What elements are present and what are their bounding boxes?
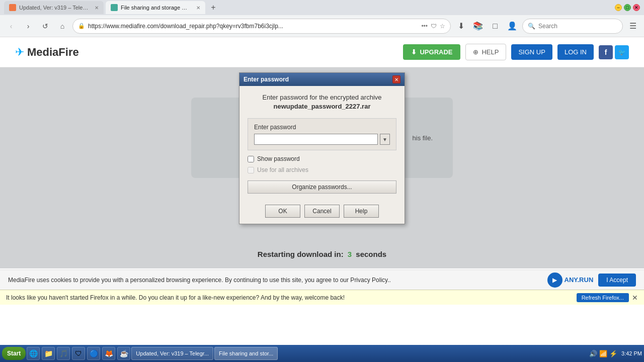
help-button[interactable]: ⊕ HELP	[465, 44, 506, 60]
firefox-bar-close-button[interactable]: ✕	[632, 294, 638, 302]
dialog-titlebar: Enter password ✕	[239, 73, 405, 86]
refresh-firefox-button[interactable]: Refresh Firefox...	[577, 293, 629, 302]
taskbar: Start 🌐 📁 🎵 🛡 🔵 🦊 ☕ Updated, Ver: v319 –…	[0, 345, 644, 362]
tab-label-1: Updated, Ver: v319 – Telegraph	[19, 5, 90, 11]
profile-icon[interactable]: 👤	[505, 19, 519, 33]
cookie-bar: MediaFire uses cookies to provide you wi…	[0, 269, 644, 290]
taskbar-media-icon[interactable]: 🎵	[57, 347, 70, 360]
tab-telegraph[interactable]: Updated, Ver: v319 – Telegraph ✕	[4, 1, 104, 14]
taskbar-system-icons: 🌐 📁 🎵 🛡 🔵 🦊 ☕	[27, 347, 130, 360]
dialog-message-line2: newupdate_password_2227.rar	[248, 102, 396, 111]
password-label: Enter password	[254, 124, 390, 131]
tray-icon-2: 📶	[599, 350, 607, 357]
dialog-message: Enter password for the encrypted archive…	[248, 93, 396, 111]
menu-icon[interactable]: ☰	[626, 19, 640, 33]
taskbar-right: 🔊 📶 ⚡ 3:42 PM	[589, 350, 642, 357]
mf-logo-icon: ✈	[15, 46, 24, 59]
window-minimize-button[interactable]: –	[615, 4, 622, 11]
anyrun-logo: ▶ ANY.RUN	[547, 273, 594, 288]
page-body: ⬇ ↺ his file. Restarting download in: 3 …	[0, 67, 644, 268]
taskbar-app-telegraph[interactable]: Updated, Ver: v319 – Telegr...	[131, 347, 213, 360]
password-section: Enter password ▼	[248, 118, 396, 150]
use-all-archives-row: Use for all archives	[248, 166, 396, 173]
taskbar-clock: 3:42 PM	[621, 350, 642, 356]
window-controls: – □ ✕	[615, 4, 640, 11]
taskbar-antivirus-icon[interactable]: 🛡	[72, 347, 85, 360]
address-bar[interactable]: 🔒 ••• 🛡 ☆	[72, 19, 451, 34]
bookmark-icon[interactable]: ☆	[440, 23, 445, 30]
tab-mediafire[interactable]: File sharing and storage made sim... ✕	[106, 1, 205, 14]
home-button[interactable]: ⌂	[55, 19, 69, 33]
show-password-checkbox[interactable]	[248, 156, 254, 162]
help-icon: ⊕	[473, 48, 478, 56]
window-close-button[interactable]: ✕	[633, 4, 640, 11]
password-field[interactable]	[254, 134, 378, 145]
cookie-actions: ▶ ANY.RUN I Accept	[547, 273, 636, 288]
firefox-notification-bar: It looks like you haven't started Firefo…	[0, 290, 644, 305]
cookie-message: MediaFire uses cookies to provide you wi…	[8, 277, 391, 284]
tab-close-2[interactable]: ✕	[196, 5, 200, 11]
firefox-bar-message: It looks like you haven't started Firefo…	[6, 294, 345, 301]
taskbar-left: Start 🌐 📁 🎵 🛡 🔵 🦊 ☕ Updated, Ver: v319 –…	[2, 347, 278, 360]
dialog-message-line1: Enter password for the encrypted archive	[248, 93, 396, 102]
forward-button[interactable]: ›	[21, 19, 35, 33]
enter-password-dialog: Enter password ✕ Enter password for the …	[239, 72, 405, 224]
back-button[interactable]: ‹	[4, 19, 18, 33]
dialog-help-button[interactable]: Help	[344, 205, 379, 218]
tab-close-1[interactable]: ✕	[95, 5, 99, 11]
twitter-icon[interactable]: 🐦	[615, 45, 629, 59]
dialog-body: Enter password for the encrypted archive…	[239, 86, 405, 201]
tab-label-2: File sharing and storage made sim...	[121, 5, 191, 11]
mf-header: ✈ MediaFire ⬇ UPGRADE ⊕ HELP SIGN UP LOG…	[0, 37, 644, 67]
upgrade-button[interactable]: ⬇ UPGRADE	[403, 44, 460, 60]
taskbar-app-mediafire[interactable]: File sharing and stor...	[214, 347, 278, 360]
search-input[interactable]	[538, 23, 617, 30]
view-icon[interactable]: □	[488, 19, 502, 33]
more-options-icon[interactable]: •••	[421, 23, 428, 30]
taskbar-chrome-icon[interactable]: 🔵	[87, 347, 100, 360]
address-input[interactable]	[88, 23, 418, 30]
refresh-button[interactable]: ↺	[38, 19, 52, 33]
new-tab-button[interactable]: +	[207, 2, 219, 14]
taskbar-firefox-icon[interactable]: 🦊	[102, 347, 115, 360]
dialog-ok-button[interactable]: OK	[265, 205, 300, 218]
use-all-checkbox[interactable]	[248, 167, 254, 173]
dialog-footer: OK Cancel Help	[239, 201, 405, 224]
tray-icon-1: 🔊	[589, 350, 597, 357]
nav-bar: ‹ › ↺ ⌂ 🔒 ••• 🛡 ☆ ⬇ 📚 □ 👤 🔍 ☰	[0, 15, 644, 37]
lock-icon: 🔒	[78, 23, 85, 29]
tab-favicon-1	[9, 4, 16, 11]
mf-logo: ✈ MediaFire	[15, 46, 79, 59]
taskbar-java-icon[interactable]: ☕	[117, 347, 130, 360]
use-all-label: Use for all archives	[257, 166, 308, 173]
download-nav-icon[interactable]: ⬇	[454, 19, 468, 33]
show-password-label: Show password	[257, 155, 300, 162]
password-input-row: ▼	[254, 134, 390, 145]
upgrade-icon: ⬇	[411, 48, 417, 56]
dialog-close-button[interactable]: ✕	[392, 75, 400, 83]
social-icons: f 🐦	[599, 45, 629, 59]
facebook-icon[interactable]: f	[599, 45, 613, 59]
taskbar-folder-icon[interactable]: 📁	[42, 347, 55, 360]
tabs-container: Updated, Ver: v319 – Telegraph ✕ File sh…	[4, 1, 219, 14]
dialog-cancel-button[interactable]: Cancel	[304, 205, 340, 218]
start-button[interactable]: Start	[2, 347, 26, 360]
organize-passwords-button[interactable]: Organize passwords...	[248, 180, 396, 194]
show-password-row: Show password	[248, 155, 396, 162]
tray-icon-3: ⚡	[609, 350, 617, 357]
window-maximize-button[interactable]: □	[624, 4, 631, 11]
signup-button[interactable]: SIGN UP	[511, 44, 552, 60]
search-icon: 🔍	[528, 23, 535, 30]
page-content: ✈ MediaFire ⬇ UPGRADE ⊕ HELP SIGN UP LOG…	[0, 37, 644, 322]
firefox-bar-actions: Refresh Firefox... ✕	[577, 293, 638, 302]
mf-logo-text: MediaFire	[27, 46, 79, 59]
password-dropdown-button[interactable]: ▼	[380, 134, 390, 145]
anyrun-icon: ▶	[547, 273, 562, 288]
login-button[interactable]: LOG IN	[557, 44, 594, 60]
system-tray: 🔊 📶 ⚡	[589, 350, 617, 357]
browser-search-bar[interactable]: 🔍	[522, 19, 623, 34]
accept-cookies-button[interactable]: I Accept	[598, 274, 636, 287]
title-bar: Updated, Ver: v319 – Telegraph ✕ File sh…	[0, 0, 644, 15]
bookmarks-icon[interactable]: 📚	[471, 19, 485, 33]
taskbar-ie-icon[interactable]: 🌐	[27, 347, 40, 360]
